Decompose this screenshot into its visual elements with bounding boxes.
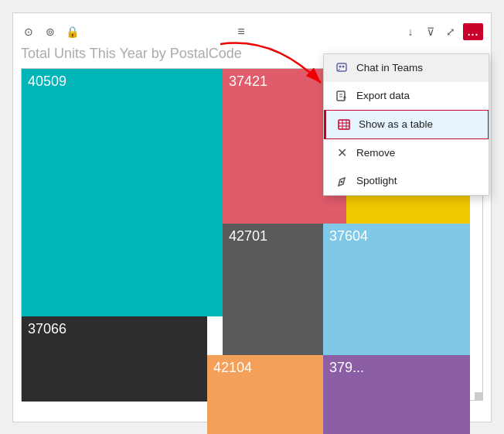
undo-icon[interactable]: ⊚ [43, 24, 58, 39]
toolbar: ⊙ ⊚ 🔒 ≡ ↓ ⊽ ⤢ ... [21, 21, 483, 43]
expand-icon[interactable]: ⤢ [443, 24, 458, 39]
down-icon[interactable]: ↓ [403, 24, 418, 39]
treemap-cell[interactable]: 37604 [323, 224, 470, 355]
menu-icon[interactable]: ≡ [233, 24, 249, 39]
treemap-cell[interactable]: 379... [323, 355, 470, 435]
svg-rect-4 [337, 91, 345, 101]
treemap-cell[interactable]: 37066 [22, 316, 207, 402]
table-icon [337, 118, 351, 132]
more-options-button[interactable]: ... [463, 23, 483, 40]
spotlight-icon [335, 174, 349, 188]
treemap-cell[interactable]: 42701 [223, 224, 323, 355]
toolbar-right: ↓ ⊽ ⤢ ... [403, 23, 483, 40]
resize-handle-br[interactable] [475, 392, 482, 400]
back-icon[interactable]: ⊙ [21, 24, 36, 39]
menu-item-show-as-table[interactable]: Show as a table [324, 110, 489, 139]
menu-label-chat-in-teams: Chat in Teams [356, 62, 423, 73]
menu-label-spotlight: Spotlight [356, 175, 397, 186]
x-icon: ✕ [335, 146, 349, 160]
main-panel: ⊙ ⊚ 🔒 ≡ ↓ ⊽ ⤢ ... Total Units This Year … [12, 12, 492, 422]
svg-point-2 [342, 65, 345, 67]
svg-point-1 [339, 65, 342, 67]
menu-item-remove[interactable]: ✕ Remove [324, 139, 489, 167]
lock-icon[interactable]: 🔒 [64, 24, 80, 39]
menu-label-show-as-table: Show as a table [359, 118, 433, 130]
menu-item-spotlight[interactable]: Spotlight [324, 167, 489, 195]
svg-rect-7 [339, 120, 349, 129]
treemap-cell[interactable]: 40509 [22, 69, 223, 316]
menu-item-chat-in-teams[interactable]: Chat in Teams [324, 54, 489, 82]
treemap-cell[interactable]: 42104 [207, 355, 323, 435]
menu-label-export-data: Export data [356, 90, 410, 101]
export-icon [335, 89, 349, 103]
filter-icon[interactable]: ⊽ [423, 24, 438, 39]
menu-label-remove: Remove [356, 147, 395, 159]
toolbar-left: ⊙ ⊚ 🔒 [21, 24, 80, 39]
context-menu: Chat in Teams Export data [323, 53, 489, 196]
svg-point-12 [341, 180, 343, 183]
menu-item-export-data[interactable]: Export data [324, 82, 489, 110]
teams-icon [335, 61, 349, 75]
